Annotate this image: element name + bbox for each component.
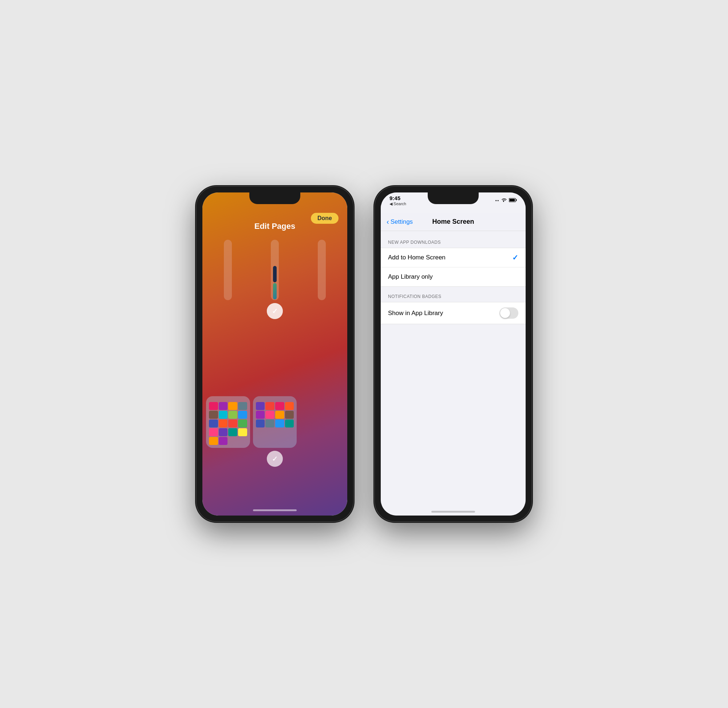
search-label: ◀ Search [389, 202, 406, 206]
battery-icon [509, 198, 517, 203]
home-indicator-2 [432, 511, 475, 513]
phone1-screen: Done Edit Pages [202, 193, 347, 515]
status-left: 9:45 ◀ Search [389, 195, 406, 206]
show-in-app-library-label: Show in App Library [388, 310, 443, 317]
app-library-only-label: App Library only [388, 273, 433, 280]
show-in-app-library-toggle[interactable] [500, 308, 518, 319]
done-button[interactable]: Done [311, 213, 339, 224]
show-in-app-library-row[interactable]: Show in App Library [381, 302, 526, 324]
status-icons: •• [496, 198, 517, 203]
page-1-wrapper: ✓ [206, 240, 250, 305]
page-2-wrapper: ✓ [253, 240, 297, 305]
page-4-wrapper: ✓ [206, 396, 250, 452]
add-to-home-screen-label: Add to Home Screen [388, 254, 446, 261]
notification-badges-group: Show in App Library [381, 302, 526, 324]
section-1-header: NEW APP DOWNLOADS [381, 232, 526, 248]
add-to-home-screen-row[interactable]: Add to Home Screen ✓ [381, 248, 526, 267]
notch [249, 193, 300, 204]
chevron-left-icon: ‹ [387, 218, 389, 226]
page-thumb-4[interactable] [206, 396, 250, 448]
app-library-only-row[interactable]: App Library only [381, 267, 526, 286]
svg-rect-1 [516, 199, 517, 201]
page-thumb-3[interactable] [318, 240, 326, 300]
widget-photo [273, 283, 277, 299]
svg-rect-2 [510, 199, 515, 201]
new-app-downloads-group: Add to Home Screen ✓ App Library only [381, 248, 526, 287]
phone-edit-pages: Done Edit Pages [196, 187, 353, 521]
page-thumb-2[interactable] [271, 240, 279, 300]
back-label: Settings [391, 218, 413, 226]
pages-row-2: ✓ [206, 396, 344, 452]
settings-content: NEW APP DOWNLOADS Add to Home Screen ✓ A… [381, 232, 526, 515]
home-indicator [253, 509, 296, 511]
main-container: Done Edit Pages [196, 187, 532, 521]
status-time: 9:45 [389, 195, 406, 201]
phone-settings: 9:45 ◀ Search •• [375, 187, 532, 521]
status-bar: 9:45 ◀ Search •• [389, 196, 517, 205]
checkmark-icon: ✓ [512, 253, 518, 262]
pages-row-1: ✓ [206, 240, 344, 305]
page-thumb-5[interactable] [253, 396, 297, 448]
signal-dots: •• [496, 199, 500, 203]
page-3-wrapper: ✓ [299, 240, 344, 305]
wifi-icon [501, 198, 507, 203]
back-button[interactable]: ‹ Settings [387, 218, 413, 226]
toggle-knob [500, 308, 510, 318]
spacer [299, 396, 344, 452]
page-3-check[interactable]: ✓ [267, 303, 283, 319]
section-2-header: NOTIFICATION BADGES [381, 287, 526, 302]
phone2-screen: 9:45 ◀ Search •• [381, 193, 526, 515]
page-thumb-1[interactable] [224, 240, 232, 300]
page-5-check[interactable]: ✓ [267, 451, 283, 467]
widget-weather [273, 266, 277, 282]
nav-bar: ‹ Settings Home Screen [381, 213, 526, 231]
nav-title: Home Screen [432, 218, 474, 226]
page-5-wrapper: ✓ [253, 396, 297, 452]
